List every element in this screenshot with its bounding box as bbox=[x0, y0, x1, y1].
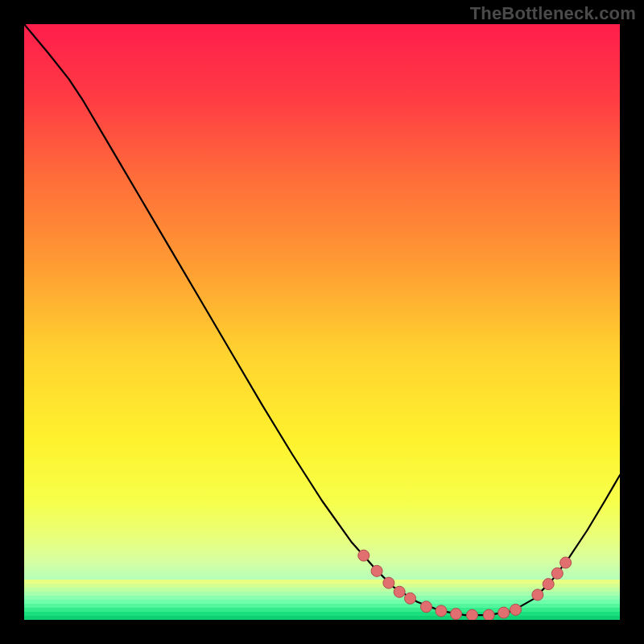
trough-marker bbox=[383, 577, 394, 588]
trough-marker bbox=[405, 592, 416, 604]
black-curve bbox=[24, 24, 620, 615]
plot-area bbox=[24, 24, 620, 620]
trough-marker bbox=[394, 586, 405, 597]
trough-marker bbox=[451, 609, 462, 620]
curve-layer bbox=[24, 24, 620, 620]
trough-marker bbox=[421, 601, 432, 613]
trough-marker bbox=[436, 605, 447, 617]
trough-marker bbox=[358, 550, 369, 561]
trough-marker bbox=[532, 589, 543, 601]
trough-marker bbox=[510, 604, 522, 615]
watermark-text: TheBottleneck.com bbox=[470, 3, 636, 24]
trough-marker bbox=[543, 579, 554, 590]
trough-marker bbox=[551, 568, 563, 579]
trough-marker bbox=[560, 557, 572, 568]
trough-marker bbox=[371, 565, 382, 576]
trough-marker bbox=[483, 609, 494, 620]
chart-frame: TheBottleneck.com bbox=[0, 0, 644, 644]
trough-marker bbox=[498, 607, 510, 618]
trough-marker bbox=[466, 609, 477, 620]
